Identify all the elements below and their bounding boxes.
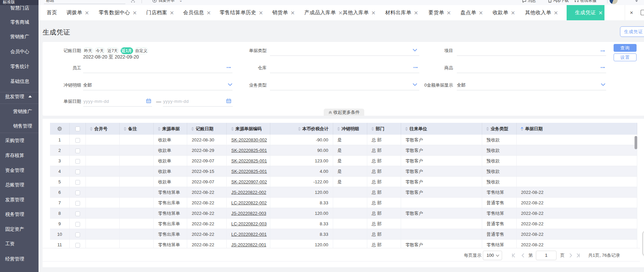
select-all-checkbox[interactable] bbox=[75, 127, 80, 131]
sort-icon[interactable] bbox=[371, 127, 374, 131]
tab-1[interactable]: 调拨单× bbox=[67, 5, 89, 20]
source-doc-link[interactable]: LC-20220822-002 bbox=[231, 200, 267, 205]
phone-icon[interactable] bbox=[548, 0, 552, 3]
close-icon[interactable]: × bbox=[447, 9, 451, 16]
cell-code[interactable]: JS-20220822-002 bbox=[227, 187, 271, 198]
chevron-down-icon[interactable] bbox=[413, 48, 417, 52]
row-checkbox[interactable] bbox=[75, 190, 80, 195]
chevron-down-icon[interactable] bbox=[601, 82, 605, 87]
tab-list-icon[interactable] bbox=[641, 10, 644, 15]
tab-9[interactable]: 材料出库单× bbox=[385, 5, 418, 20]
sort-icon[interactable] bbox=[90, 127, 93, 131]
header-cell-remark[interactable]: 备注 bbox=[120, 123, 154, 135]
source-doc-link[interactable]: SK-20220825-001 bbox=[231, 158, 267, 163]
pill-last1month[interactable]: 近1月 bbox=[121, 47, 133, 54]
header-cell-dept[interactable]: 部门 bbox=[367, 123, 401, 135]
close-icon[interactable]: × bbox=[85, 9, 89, 16]
source-doc-link[interactable]: SK-20220907-002 bbox=[231, 179, 267, 184]
topbar-search-input[interactable] bbox=[44, 4, 125, 4]
header-cell-merge[interactable]: 合并号 bbox=[86, 123, 120, 135]
cell-code[interactable]: SK-20220907-002 bbox=[227, 177, 271, 187]
sidebar-item-12[interactable]: 采购管理 bbox=[5, 137, 24, 143]
tab-4[interactable]: 会员信息× bbox=[183, 5, 211, 20]
source-doc-link[interactable]: SK-20220830-002 bbox=[231, 137, 267, 142]
employee-select[interactable] bbox=[83, 73, 232, 73]
source-doc-link[interactable]: SK-20220825-001 bbox=[231, 169, 267, 174]
table-row-6[interactable]: 6零售结算单2022-08-22JS-20220822-002120.00总 部… bbox=[50, 187, 638, 198]
project-select[interactable] bbox=[457, 55, 606, 56]
sidebar-item-1[interactable]: 零售商城 bbox=[10, 19, 29, 25]
header-cell-partner[interactable]: 往来单位 bbox=[401, 123, 482, 135]
generate-voucher-button[interactable]: 生成凭证 bbox=[620, 26, 644, 37]
tab-13[interactable]: 其他收入单× bbox=[525, 5, 558, 20]
cell-code[interactable]: JS-20220822-001 bbox=[227, 240, 271, 248]
sort-icon[interactable] bbox=[298, 127, 301, 131]
tab-11[interactable]: 盘点单× bbox=[461, 5, 483, 20]
query-button[interactable]: 查询 bbox=[614, 44, 637, 52]
cell-code[interactable]: SK-20220830-002 bbox=[227, 135, 271, 145]
pill-today[interactable]: 今天 bbox=[95, 47, 105, 54]
sort-icon[interactable] bbox=[124, 127, 126, 131]
pill-last7days[interactable]: 近7天 bbox=[106, 47, 119, 54]
table-row-11[interactable]: 11零售结算单2022-08-22JS-20220822-001120.00总 … bbox=[50, 240, 638, 248]
sidebar-item-16[interactable]: 发票管理 bbox=[5, 197, 24, 203]
close-icon[interactable]: × bbox=[259, 9, 263, 16]
cell-code[interactable]: JS-20220822-003 bbox=[227, 208, 271, 219]
table-row-9[interactable]: 9零售出库单2022-08-22LC-20220822-0038.33总 部普通… bbox=[50, 219, 638, 229]
chevron-down-icon[interactable] bbox=[635, 0, 638, 2]
row-checkbox[interactable] bbox=[75, 149, 80, 153]
sidebar-item-20[interactable]: 经营管理 bbox=[5, 256, 24, 262]
cell-code[interactable]: SK-20220825-001 bbox=[227, 156, 271, 166]
last-page-icon[interactable] bbox=[575, 253, 581, 258]
chevron-down-icon[interactable] bbox=[413, 82, 417, 87]
header-cell-docdate[interactable]: 单据日期 bbox=[517, 123, 637, 135]
sidebar-item-18[interactable]: 固定资产 bbox=[5, 226, 24, 232]
new-order-caret[interactable]: ⌄ bbox=[179, 0, 182, 3]
tab-7[interactable]: 产成品入库单× bbox=[304, 5, 343, 20]
sidebar-item-19[interactable]: 工资 bbox=[5, 241, 15, 247]
row-checkbox[interactable] bbox=[75, 169, 80, 174]
collapse-conditions-button[interactable]: 收起更多条件 bbox=[324, 109, 364, 116]
calendar-icon[interactable] bbox=[226, 98, 231, 103]
pill-custom[interactable]: 自定义 bbox=[134, 47, 148, 54]
sidebar-item-5[interactable]: 基础信息 bbox=[10, 78, 29, 84]
row-checkbox[interactable] bbox=[75, 232, 80, 237]
close-icon[interactable]: × bbox=[511, 9, 515, 16]
tab-5[interactable]: 零售结算单历史× bbox=[220, 5, 263, 20]
floating-toolbar[interactable] bbox=[643, 231, 644, 256]
table-row-5[interactable]: 5收款单2022-09-07SK-20220907-002-122.00是总 部… bbox=[50, 177, 638, 187]
gear-icon[interactable] bbox=[57, 126, 62, 131]
headset-icon[interactable] bbox=[574, 0, 579, 3]
goods-select[interactable] bbox=[457, 73, 606, 73]
tab-12[interactable]: 收款单× bbox=[493, 5, 515, 20]
row-checkbox[interactable] bbox=[75, 138, 80, 143]
cell-code[interactable]: LC-20220822-001 bbox=[227, 229, 271, 240]
source-doc-link[interactable]: JS-20220822-001 bbox=[231, 242, 266, 247]
sort-icon[interactable] bbox=[191, 127, 194, 131]
ellipsis-icon[interactable] bbox=[414, 65, 418, 70]
close-all-tabs-button[interactable]: × bbox=[626, 5, 637, 20]
prev-page-icon[interactable] bbox=[520, 253, 526, 258]
sidebar-item-15[interactable]: 总账管理 bbox=[5, 182, 24, 188]
sidebar-item-7[interactable]: 批发管理 bbox=[5, 93, 24, 99]
tab-10[interactable]: 要货单× bbox=[428, 5, 451, 20]
header-cell-amount[interactable]: 本币价税合计 bbox=[270, 123, 333, 135]
row-checkbox[interactable] bbox=[75, 180, 80, 185]
sidebar-item-14[interactable]: 资金管理 bbox=[5, 167, 24, 173]
topbar-app-download[interactable]: App下载 bbox=[553, 0, 569, 3]
setting-button[interactable]: 设置 bbox=[614, 53, 637, 61]
sidebar-item-2[interactable]: 营销推广 bbox=[10, 33, 29, 40]
sidebar-item-3[interactable]: 会员中心 bbox=[10, 48, 29, 54]
table-row-1[interactable]: 1收款单2022-08-30SK-20220830-002-90.00是总 部零… bbox=[50, 135, 638, 145]
sort-icon[interactable] bbox=[405, 127, 408, 131]
sidebar-item-13[interactable]: 库存核算 bbox=[5, 152, 24, 158]
sidebar-item-17[interactable]: 税务管理 bbox=[5, 211, 24, 217]
source-doc-link[interactable]: LC-20220822-001 bbox=[231, 232, 267, 237]
table-row-2[interactable]: 2收款单2022-08-29SK-20220825-00190.00是总 部零散… bbox=[50, 145, 638, 156]
pill-yesterday[interactable]: 昨天 bbox=[83, 47, 93, 54]
sort-icon[interactable] bbox=[231, 127, 234, 131]
cell-code[interactable]: SK-20220825-001 bbox=[227, 145, 271, 156]
warehouse-select[interactable] bbox=[270, 73, 419, 73]
sidebar-item-9[interactable]: 营销推广 bbox=[13, 108, 32, 114]
first-page-icon[interactable] bbox=[511, 253, 516, 258]
